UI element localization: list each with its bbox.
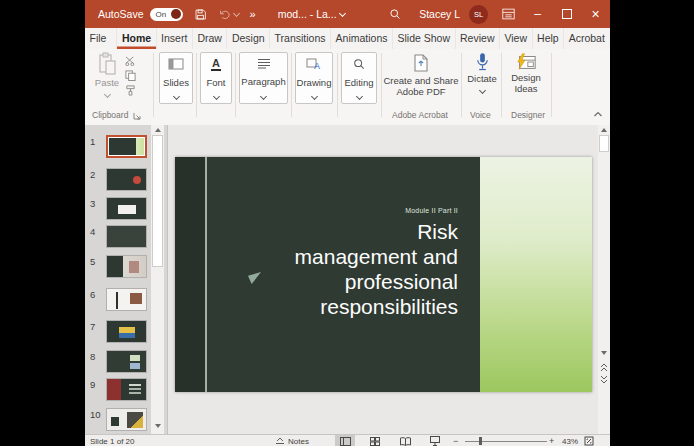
previous-slide-button[interactable] — [598, 362, 610, 372]
tab-draw[interactable]: Draw — [193, 28, 228, 49]
zoom-in-button[interactable]: + — [549, 436, 554, 446]
thumbnail-preview[interactable] — [106, 168, 147, 191]
paragraph-icon — [257, 58, 271, 69]
thumbnail-preview[interactable] — [106, 288, 147, 311]
ribbon: Paste Clipboard Slides — [85, 49, 610, 126]
format-painter-icon[interactable] — [125, 85, 136, 98]
notes-button[interactable]: Notes — [275, 435, 309, 446]
thumbnail-number: 9 — [90, 379, 95, 390]
slides-group-button[interactable]: Slides — [159, 52, 193, 104]
tab-animations[interactable]: Animations — [331, 28, 393, 49]
tab-design[interactable]: Design — [227, 28, 270, 49]
drawing-icon: A — [306, 58, 322, 70]
design-ideas-button[interactable]: Design Ideas — [505, 52, 547, 94]
dictate-button[interactable]: Dictate — [465, 52, 499, 93]
tab-review[interactable]: Review — [456, 28, 500, 49]
slide-show-button[interactable] — [425, 435, 445, 446]
thumbnail-preview[interactable] — [106, 225, 147, 248]
voice-group-label: Voice — [470, 110, 491, 120]
paragraph-group-button[interactable]: Paragraph — [239, 52, 288, 104]
slide-canvas[interactable]: Module II Part II Risk management and pr… — [175, 157, 592, 392]
adobe-group-label: Adobe Acrobat — [392, 110, 448, 120]
designer-group-label: Designer — [511, 110, 545, 120]
slide-vertical-rule — [205, 157, 207, 392]
undo-dropdown-icon[interactable] — [233, 9, 240, 16]
next-slide-button[interactable] — [598, 374, 610, 384]
slide-left-shade — [175, 157, 205, 392]
paste-icon — [98, 52, 117, 76]
tab-home[interactable]: Home — [117, 28, 156, 49]
thumbnail-number: 6 — [90, 289, 95, 300]
thumbnail-preview[interactable] — [106, 135, 147, 158]
more-commands-icon[interactable]: » — [250, 8, 256, 20]
zoom-slider-thumb[interactable] — [479, 437, 482, 445]
normal-view-button[interactable] — [335, 435, 355, 446]
scrollbar-thumb[interactable] — [152, 135, 163, 267]
slide-title-line: management and — [208, 244, 458, 269]
scroll-up-icon[interactable] — [598, 125, 610, 135]
scrollbar-thumb[interactable] — [599, 135, 609, 152]
ribbon-display-options-icon[interactable] — [502, 8, 515, 20]
thumbnail-preview[interactable] — [106, 350, 147, 373]
maximize-icon — [562, 9, 572, 19]
cut-icon[interactable] — [125, 56, 136, 68]
design-ideas-icon — [515, 52, 537, 72]
thumbnail-preview[interactable] — [106, 255, 147, 278]
tab-slide-show[interactable]: Slide Show — [393, 28, 456, 49]
autosave-toggle[interactable]: On — [150, 8, 183, 21]
workspace: 1 2 3 4 5 — [85, 125, 610, 434]
save-icon[interactable] — [194, 8, 207, 21]
close-button[interactable]: × — [581, 0, 610, 28]
font-icon: A — [211, 58, 221, 71]
thumbnail-number: 10 — [90, 409, 101, 420]
thumbnail-preview[interactable] — [106, 408, 147, 431]
scroll-down-icon[interactable] — [598, 348, 610, 358]
paste-button[interactable]: Paste — [90, 52, 124, 97]
zoom-out-button[interactable]: − — [453, 436, 458, 446]
scroll-down-icon[interactable] — [151, 421, 164, 431]
ribbon-tab-row: File Home Insert Draw Design Transitions… — [85, 28, 610, 49]
maximize-button[interactable] — [552, 0, 581, 28]
slide-title-line: professional — [208, 269, 458, 294]
thumbnail-preview[interactable] — [106, 197, 147, 220]
autosave-label: AutoSave — [98, 8, 144, 20]
thumbnail-number: 4 — [90, 226, 95, 237]
adobe-pdf-icon — [411, 52, 431, 74]
thumbnail-preview[interactable] — [106, 320, 147, 343]
tab-view[interactable]: View — [500, 28, 533, 49]
search-icon[interactable] — [389, 8, 401, 20]
autosave-state: On — [156, 10, 167, 19]
document-title[interactable]: mod... - La... — [278, 8, 345, 20]
create-share-pdf-button[interactable]: Create and Share Adobe PDF — [385, 52, 457, 97]
scroll-up-icon[interactable] — [151, 125, 164, 135]
user-name[interactable]: Stacey L — [419, 8, 460, 20]
powerpoint-window: AutoSave On » mod... - La... Stacey L — [85, 0, 610, 446]
svg-text:A: A — [314, 61, 320, 70]
tab-acrobat[interactable]: Acrobat — [564, 28, 609, 49]
drawing-group-button[interactable]: A Drawing — [295, 52, 333, 104]
reading-view-button[interactable] — [395, 435, 415, 446]
collapse-ribbon-icon[interactable] — [593, 109, 603, 120]
avatar[interactable]: SL — [469, 5, 488, 24]
slide-title-block[interactable]: Module II Part II Risk management and pr… — [208, 207, 458, 319]
clipboard-dialog-launcher-icon[interactable] — [133, 111, 141, 122]
tab-help[interactable]: Help — [533, 28, 565, 49]
undo-icon[interactable] — [218, 8, 239, 21]
thumbnail-panel-scrollbar[interactable] — [151, 125, 164, 434]
thumbnail-preview[interactable] — [106, 378, 147, 401]
font-group-button[interactable]: A Font — [200, 52, 232, 104]
fit-slide-to-window-icon[interactable] — [584, 436, 594, 446]
zoom-level[interactable]: 43% — [562, 437, 578, 446]
tab-insert[interactable]: Insert — [157, 28, 193, 49]
letterbox-left — [0, 0, 85, 446]
copy-icon[interactable] — [125, 70, 136, 83]
tab-file[interactable]: File — [85, 28, 117, 49]
zoom-slider[interactable] — [465, 441, 547, 442]
share-icon[interactable] — [609, 28, 610, 49]
minimize-button[interactable]: – — [523, 0, 552, 28]
slide-area-scrollbar[interactable] — [598, 125, 610, 434]
slide-sorter-view-button[interactable] — [365, 435, 385, 446]
slide-thumbnail-panel: 1 2 3 4 5 — [85, 125, 168, 434]
tab-transitions[interactable]: Transitions — [270, 28, 331, 49]
editing-group-button[interactable]: Editing — [341, 52, 377, 104]
